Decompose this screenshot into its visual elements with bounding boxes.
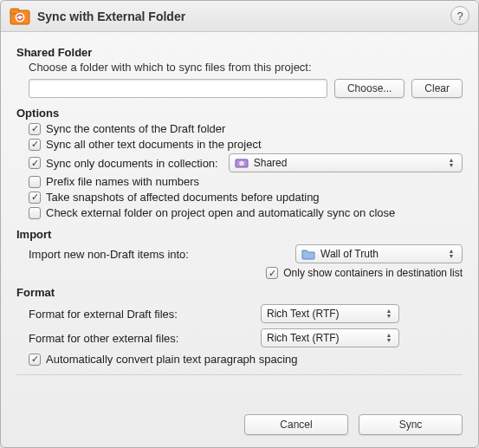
- import-heading: Import: [16, 228, 463, 241]
- svg-point-4: [239, 161, 244, 166]
- sync-draft-checkbox[interactable]: [29, 123, 41, 135]
- updown-icon: ▲▼: [385, 308, 393, 319]
- format-heading: Format: [16, 286, 463, 299]
- divider: [16, 374, 463, 375]
- svg-rect-1: [10, 9, 19, 14]
- shared-folder-path-input[interactable]: [29, 79, 327, 98]
- shared-folder-hint: Choose a folder with which to sync files…: [29, 61, 463, 74]
- format-draft-value: Rich Text (RTF): [267, 308, 340, 320]
- auto-sync-checkbox[interactable]: [29, 207, 41, 219]
- folder-icon: [301, 248, 315, 260]
- sync-collection-checkbox[interactable]: [29, 157, 41, 169]
- format-other-label: Format for other external files:: [29, 332, 254, 345]
- help-button[interactable]: ?: [450, 6, 469, 25]
- options-heading: Options: [16, 107, 463, 120]
- updown-icon: ▲▼: [385, 333, 393, 343]
- sync-other-checkbox[interactable]: [29, 139, 41, 151]
- content-area: Shared Folder Choose a folder with which…: [1, 32, 478, 404]
- updown-icon: ▲▼: [446, 249, 456, 259]
- sync-other-label: Sync all other text documents in the pro…: [46, 138, 262, 151]
- collection-select[interactable]: Shared ▲▼: [229, 153, 463, 172]
- sync-button-label: Sync: [399, 419, 423, 431]
- titlebar: Sync with External Folder ?: [1, 1, 478, 32]
- auto-sync-label: Check external folder on project open an…: [46, 206, 395, 219]
- updown-icon: ▲▼: [446, 158, 456, 168]
- only-containers-checkbox[interactable]: [266, 267, 278, 279]
- auto-convert-label: Automatically convert plain text paragra…: [46, 353, 298, 366]
- shared-collection-icon: [235, 157, 249, 169]
- collection-select-value: Shared: [254, 157, 288, 169]
- choose-button[interactable]: Choose...: [334, 79, 405, 98]
- import-target-label: Import new non-Draft items into:: [29, 248, 288, 261]
- only-containers-label: Only show containers in destination list: [283, 267, 463, 279]
- footer: Cancel Sync: [1, 404, 478, 447]
- shared-folder-heading: Shared Folder: [16, 46, 463, 59]
- import-target-value: Wall of Truth: [320, 248, 379, 260]
- snapshots-label: Take snapshots of affected documents bef…: [46, 191, 320, 204]
- svg-point-2: [16, 12, 25, 22]
- sync-draft-label: Sync the contents of the Draft folder: [46, 122, 225, 135]
- prefix-label: Prefix file names with numbers: [46, 175, 199, 188]
- sync-button[interactable]: Sync: [359, 414, 463, 435]
- prefix-checkbox[interactable]: [29, 176, 41, 188]
- format-draft-label: Format for external Draft files:: [29, 308, 254, 321]
- clear-button-label: Clear: [424, 82, 450, 94]
- sync-folder-icon: [10, 6, 30, 27]
- sync-collection-label: Sync only documents in collection:: [46, 157, 218, 170]
- clear-button[interactable]: Clear: [411, 79, 463, 98]
- snapshots-checkbox[interactable]: [29, 192, 41, 204]
- cancel-button-label: Cancel: [280, 419, 312, 431]
- format-other-select[interactable]: Rich Text (RTF) ▲▼: [261, 328, 399, 347]
- import-target-select[interactable]: Wall of Truth ▲▼: [295, 244, 463, 263]
- choose-button-label: Choose...: [347, 82, 392, 94]
- format-draft-select[interactable]: Rich Text (RTF) ▲▼: [261, 304, 399, 323]
- auto-convert-checkbox[interactable]: [29, 354, 41, 366]
- dialog-window: Sync with External Folder ? Shared Folde…: [0, 0, 479, 448]
- window-title: Sync with External Folder: [37, 10, 185, 23]
- format-other-value: Rich Text (RTF): [267, 332, 340, 344]
- cancel-button[interactable]: Cancel: [244, 414, 348, 435]
